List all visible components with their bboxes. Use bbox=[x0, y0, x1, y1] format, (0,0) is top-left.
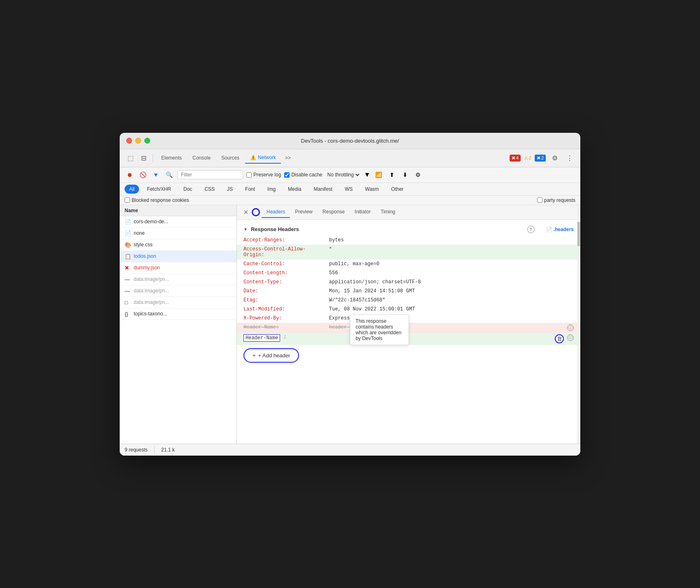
warning-tri-icon: ⚠ bbox=[524, 155, 528, 161]
blocked-cookies-label[interactable]: Blocked response cookies bbox=[125, 197, 189, 203]
search-button[interactable]: 🔍 bbox=[164, 170, 174, 180]
main-toolbar: ⬚ ⊟ Elements Console Sources ⚠️ Network … bbox=[120, 149, 580, 167]
info-icon-2[interactable]: ⓘ bbox=[567, 334, 574, 341]
filter-manifest[interactable]: Manifest bbox=[309, 185, 337, 194]
tab-sources[interactable]: Sources bbox=[216, 153, 244, 163]
blocked-cookies-checkbox[interactable] bbox=[125, 197, 130, 203]
window-title: DevTools - cors-demo-devtools.glitch.me/ bbox=[301, 138, 399, 144]
img-icon: — bbox=[125, 288, 131, 294]
filter-button[interactable]: ▼ bbox=[151, 170, 161, 180]
header-row-etag: Etag: W/"22c-18457c15d68" bbox=[237, 296, 580, 305]
close-button[interactable] bbox=[126, 138, 132, 144]
info-x-icon: ✖ bbox=[537, 155, 540, 161]
network-toolbar: ⏺ 🚫 ▼ 🔍 Preserve log Disable cache No th… bbox=[120, 167, 580, 183]
filter-css[interactable]: CSS bbox=[200, 185, 219, 194]
header-row-content-type: Content-Type: application/json; charset=… bbox=[237, 278, 580, 287]
settings-icon[interactable]: ⚙ bbox=[549, 152, 561, 164]
filter-input[interactable] bbox=[177, 170, 243, 179]
status-separator bbox=[154, 446, 155, 454]
tab-console[interactable]: Console bbox=[188, 153, 216, 163]
request-list-panel: Name 📄 cors-demo-de... 📄 none 🎨 style.cs… bbox=[120, 205, 237, 444]
header-row-cache-control: Cache-Control: public, max-age=0 bbox=[237, 259, 580, 269]
tooltip-box: This response contains headers which are… bbox=[350, 315, 409, 345]
doc-icon: 📄 bbox=[125, 219, 131, 225]
preserve-log-label[interactable]: Preserve log bbox=[246, 172, 281, 178]
delete-header-button[interactable]: 🗑 bbox=[555, 334, 564, 343]
tab-initiator[interactable]: Initiator bbox=[350, 206, 375, 218]
headers-file-button[interactable]: 📄 .headers bbox=[546, 227, 574, 232]
traffic-lights bbox=[126, 138, 150, 144]
circle-icon bbox=[252, 208, 260, 216]
disable-cache-checkbox[interactable] bbox=[284, 172, 290, 178]
filter-media[interactable]: Media bbox=[283, 185, 306, 194]
preserve-log-checkbox[interactable] bbox=[246, 172, 252, 178]
record-button[interactable]: ⏺ bbox=[125, 170, 134, 180]
disable-cache-label[interactable]: Disable cache bbox=[284, 172, 322, 178]
filter-doc[interactable]: Doc bbox=[179, 185, 197, 194]
tab-elements[interactable]: Elements bbox=[156, 153, 187, 163]
list-item[interactable]: 📄 none bbox=[120, 228, 236, 239]
device-icon[interactable]: ⊟ bbox=[138, 152, 149, 164]
file-icon: 📄 bbox=[546, 227, 552, 232]
response-headers-section: ▼ Response Headers ? 📄 .headers bbox=[237, 223, 580, 236]
tab-network[interactable]: ⚠️ Network bbox=[245, 152, 281, 164]
transfer-size: 21.1 k bbox=[161, 447, 175, 453]
clear-button[interactable]: 🚫 bbox=[138, 170, 148, 180]
add-header-button[interactable]: + + Add header bbox=[243, 348, 299, 363]
request-count: 9 requests bbox=[125, 447, 148, 453]
collapse-icon[interactable]: ▼ bbox=[243, 227, 248, 231]
separator bbox=[153, 154, 153, 162]
list-item[interactable]: {} topics-taxono... bbox=[120, 308, 236, 320]
img-icon: □ bbox=[125, 299, 131, 306]
filter-type-bar: All Fetch/XHR Doc CSS JS Font Img Media … bbox=[120, 183, 580, 196]
third-party-checkbox[interactable] bbox=[537, 197, 542, 203]
info-icon[interactable]: ⓘ bbox=[567, 324, 574, 331]
header-row-accept-ranges: Accept-Ranges: bytes bbox=[237, 236, 580, 245]
filter-js[interactable]: JS bbox=[223, 185, 237, 194]
list-item[interactable]: ✖ dummy.json bbox=[120, 262, 236, 274]
scrollbar-thumb bbox=[577, 222, 580, 246]
tab-headers[interactable]: Headers bbox=[262, 206, 290, 218]
list-item[interactable]: — data:image/pn... bbox=[120, 285, 236, 297]
throttle-select[interactable]: No throttling bbox=[326, 171, 361, 178]
filter-all[interactable]: All bbox=[125, 185, 139, 194]
img-icon: — bbox=[125, 276, 131, 282]
upload-icon[interactable]: ⬆ bbox=[387, 170, 397, 180]
minimize-button[interactable] bbox=[135, 138, 141, 144]
list-item[interactable]: □ data:image/pn... bbox=[120, 297, 236, 308]
maximize-button[interactable] bbox=[144, 138, 150, 144]
network-settings-icon[interactable]: ⚙ bbox=[413, 170, 423, 180]
list-item-selected[interactable]: 📋 todos.json bbox=[120, 251, 236, 262]
tab-preview[interactable]: Preview bbox=[290, 206, 318, 218]
tab-bar: Elements Console Sources ⚠️ Network >> bbox=[156, 152, 508, 164]
selector-icon[interactable]: ⬚ bbox=[125, 152, 136, 164]
header-name-input[interactable]: Header-Name bbox=[243, 334, 280, 342]
toolbar-right: ✖ 4 ⚠ 2 ✖ 2 ⚙ ⋮ bbox=[510, 152, 575, 164]
list-item[interactable]: 🎨 style.css bbox=[120, 239, 236, 251]
header-row-date: Date: Mon, 15 Jan 2024 14:51:08 GMT bbox=[237, 287, 580, 296]
filter-img[interactable]: Img bbox=[263, 185, 280, 194]
filter-wasm[interactable]: Wasm bbox=[361, 185, 384, 194]
devtools-window: DevTools - cors-demo-devtools.glitch.me/… bbox=[120, 133, 580, 456]
error-badge: ✖ 4 bbox=[510, 155, 521, 162]
list-item[interactable]: 📄 cors-demo-de... bbox=[120, 216, 236, 228]
filter-ws[interactable]: WS bbox=[340, 185, 357, 194]
throttle-chevron-icon: ▼ bbox=[364, 171, 371, 178]
doc-icon: 📄 bbox=[125, 230, 131, 236]
scrollbar[interactable] bbox=[577, 205, 580, 444]
filter-fetch-xhr[interactable]: Fetch/XHR bbox=[142, 185, 176, 194]
tab-timing[interactable]: Timing bbox=[375, 206, 400, 218]
filter-other[interactable]: Other bbox=[387, 185, 408, 194]
more-options-icon[interactable]: ⋮ bbox=[564, 152, 575, 164]
more-tabs-btn[interactable]: >> bbox=[282, 153, 294, 163]
wifi-icon[interactable]: 📶 bbox=[374, 170, 384, 180]
third-party-label[interactable]: party requests bbox=[537, 197, 575, 203]
status-bar: 9 requests 21.1 k bbox=[120, 444, 580, 456]
filter-font[interactable]: Font bbox=[241, 185, 260, 194]
download-icon[interactable]: ⬇ bbox=[400, 170, 410, 180]
close-panel-button[interactable]: ✕ bbox=[240, 207, 252, 217]
list-item[interactable]: — data:image/pn... bbox=[120, 274, 236, 285]
css-icon: 🎨 bbox=[125, 242, 131, 248]
help-icon[interactable]: ? bbox=[527, 226, 535, 233]
tab-response[interactable]: Response bbox=[318, 206, 350, 218]
